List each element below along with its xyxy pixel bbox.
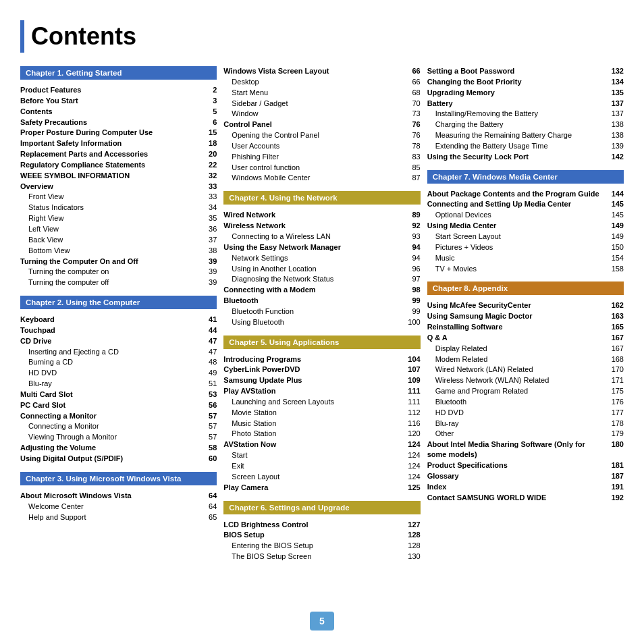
entry-page: 168: [608, 354, 624, 365]
entry-title: Proper Posture During Computer Use: [20, 128, 200, 138]
chapter-header-ch2: Chapter 2. Using the Computer: [20, 296, 217, 309]
entry-page: 57: [200, 432, 217, 442]
toc-entry: Before You Start3: [20, 96, 217, 106]
entry-page: 39: [200, 257, 217, 267]
entry-title: Play AVStation: [223, 386, 404, 396]
toc-entry: Viewing Through a Monitor57: [20, 432, 217, 442]
toc-entry: Sidebar / Gadget70: [223, 99, 420, 109]
entry-title: Help and Support: [20, 512, 200, 522]
toc-entry: Connecting to a Wireless LAN93: [223, 232, 420, 242]
entry-page: 158: [608, 264, 624, 274]
entry-title: Index: [427, 482, 608, 492]
entry-title: Connecting to a Wireless LAN: [223, 232, 404, 242]
toc-entry: Upgrading Memory135: [427, 88, 624, 98]
entry-title: Entering the BIOS Setup: [223, 541, 404, 551]
toc-entry: Back View37: [20, 235, 217, 245]
chapter-header-ch7: Chapter 7. Windows Media Center: [427, 170, 624, 184]
entry-page: 187: [608, 471, 624, 481]
toc-entry: Photo Station120: [223, 429, 420, 439]
toc-entry: CyberLink PowerDVD107: [223, 365, 420, 375]
entry-title: Connecting with a Modem: [223, 285, 404, 295]
entry-page: 171: [608, 375, 624, 385]
entry-page: 180: [608, 439, 624, 460]
entry-page: 97: [404, 274, 421, 284]
entry-title: Setting a Boot Password: [427, 66, 608, 76]
entry-title: Connecting a Monitor: [20, 411, 200, 421]
toc-entry: AVStation Now124: [223, 439, 420, 450]
toc-entry: Battery137: [427, 99, 624, 109]
entry-page: 78: [404, 141, 421, 151]
toc-entry: Left View36: [20, 224, 217, 234]
toc-entry: Proper Posture During Computer Use15: [20, 128, 217, 138]
entry-page: 137: [608, 99, 624, 109]
toc-entry: Windows Mobile Center87: [223, 173, 420, 183]
toc-entry: Contents5: [20, 107, 217, 117]
toc-entry: Turning the computer off39: [20, 277, 217, 288]
entry-title: Photo Station: [223, 429, 404, 439]
entry-page: 128: [404, 530, 421, 540]
chapter-block-ch1: Chapter 1. Getting StartedProduct Featur…: [20, 66, 217, 288]
toc-entry: Index191: [427, 482, 624, 492]
entry-page: 124: [404, 461, 421, 471]
entry-title: LCD Brightness Control: [223, 520, 404, 530]
entry-page: 47: [200, 347, 217, 357]
toc-entry: Multi Card Slot53: [20, 390, 217, 400]
toc-entry: Wireless Network (WLAN) Related171: [427, 375, 624, 385]
entry-title: Multi Card Slot: [20, 390, 200, 400]
entry-page: 93: [404, 232, 421, 242]
entry-page: 34: [200, 203, 217, 213]
toc-entry: Samsung Update Plus109: [223, 375, 420, 385]
toc-entry: User Accounts78: [223, 141, 420, 151]
entry-title: Other: [427, 429, 608, 439]
entry-page: 76: [404, 130, 421, 140]
entry-page: 70: [404, 99, 421, 109]
entry-page: 85: [404, 163, 421, 173]
entry-title: TV + Movies: [427, 264, 608, 274]
toc-entry: Opening the Control Panel76: [223, 130, 420, 140]
toc-entry: Important Safety Information18: [20, 138, 217, 149]
toc-entry: Product Specifications181: [427, 460, 624, 471]
entry-page: 15: [200, 128, 217, 138]
entry-title: Play Camera: [223, 483, 404, 493]
toc-entry: Game and Program Related175: [427, 386, 624, 396]
entry-page: 60: [200, 454, 217, 464]
toc-entry: Connecting and Setting Up Media Center14…: [427, 199, 624, 209]
entry-title: Exit: [223, 461, 404, 471]
entry-page: 167: [608, 333, 624, 343]
entry-title: Movie Station: [223, 408, 404, 418]
title-bar-decoration: [20, 20, 24, 53]
entry-page: 150: [608, 242, 624, 252]
entry-page: 116: [404, 419, 421, 429]
entry-title: Network Settings: [223, 253, 404, 263]
entry-title: Using the Security Lock Port: [427, 152, 608, 162]
entry-title: Bluetooth Function: [223, 306, 404, 317]
entry-title: About Intel Media Sharing Software (Only…: [427, 439, 608, 460]
entry-title: Desktop: [223, 77, 404, 87]
entry-title: Pictures + Videos: [427, 242, 608, 252]
entry-title: Screen Layout: [223, 472, 404, 482]
toc-entry: Movie Station112: [223, 408, 420, 418]
entry-page: 76: [404, 119, 421, 130]
entry-page: 178: [608, 419, 624, 429]
toc-entry: Using Samsung Magic Doctor163: [427, 311, 624, 321]
entry-title: Wired Network: [223, 210, 404, 220]
entry-page: 66: [404, 77, 421, 87]
chapter-block-ch3b: Windows Vista Screen Layout66Desktop66St…: [223, 66, 420, 183]
entry-title: Adjusting the Volume: [20, 443, 200, 453]
entry-page: 36: [200, 224, 217, 234]
entry-title: Windows Vista Screen Layout: [223, 66, 404, 76]
entry-page: 35: [200, 213, 217, 223]
entry-title: The BIOS Setup Screen: [223, 552, 404, 562]
toc-entry: Blu-ray51: [20, 379, 217, 389]
entry-title: Using the Easy Network Manager: [223, 242, 404, 252]
entry-page: 32: [200, 171, 217, 181]
chapter-block-ch6: Chapter 6. Settings and UpgradeLCD Brigh…: [223, 501, 420, 562]
entry-page: 98: [404, 285, 421, 295]
entry-page: 87: [404, 173, 421, 183]
entry-title: Start Screen Layout: [427, 232, 608, 242]
chapter-header-ch1: Chapter 1. Getting Started: [20, 66, 217, 80]
entry-page: 154: [608, 253, 624, 263]
entry-title: Using Bluetooth: [223, 317, 404, 327]
toc-entry: HD DVD49: [20, 368, 217, 378]
entry-page: 99: [404, 296, 421, 306]
